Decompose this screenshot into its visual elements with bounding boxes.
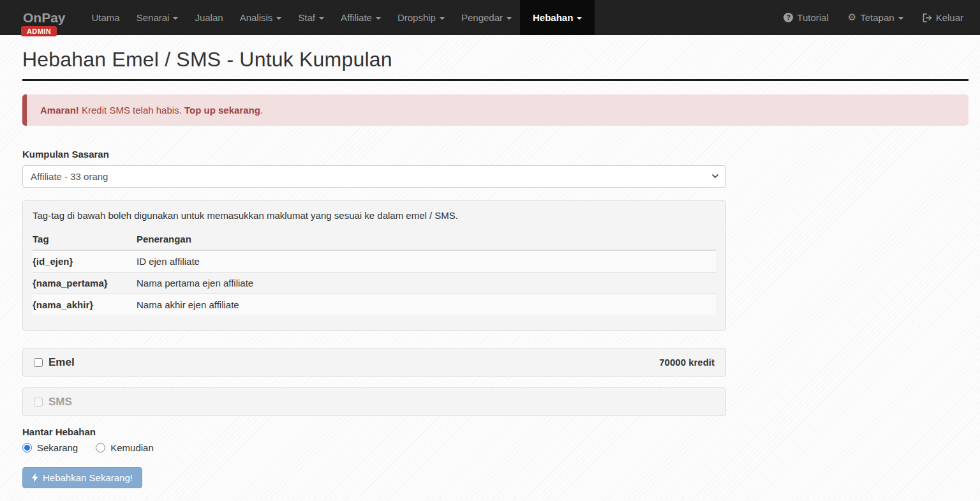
sms-credit-alert: Amaran! Kredit SMS telah habis. Top up s…	[22, 94, 969, 126]
nav-item-senarai[interactable]: Senarai	[128, 0, 187, 35]
broadcast-now-button-label: Hebahkan Sekarang!	[43, 472, 133, 483]
page-title: Hebahan Emel / SMS - Untuk Kumpulan	[22, 48, 969, 81]
tags-help-text: Tag-tag di bawah boleh digunakan untuk m…	[33, 210, 716, 221]
target-group-select[interactable]: Affiliate - 33 orang	[22, 165, 726, 188]
send-now-radio[interactable]	[22, 443, 32, 452]
nav-item-utama[interactable]: Utama	[84, 0, 128, 35]
chevron-down-icon	[577, 17, 582, 20]
nav-item-staf[interactable]: Staf	[290, 0, 332, 35]
nav-item-analisis[interactable]: Analisis	[232, 0, 290, 35]
chevron-down-icon	[898, 17, 903, 20]
send-later-radio[interactable]	[96, 443, 105, 452]
nav-item-jualan[interactable]: Jualan	[186, 0, 231, 35]
main-content: Hebahan Emel / SMS - Untuk Kumpulan Amar…	[0, 48, 980, 488]
table-row: {id_ejen} ID ejen affiliate	[33, 250, 716, 273]
secondary-nav: ? Tutorial ⚙ Tetapan Keluar	[783, 0, 980, 35]
nav-item-hebahan[interactable]: Hebahan	[520, 0, 595, 35]
nav-item-tutorial[interactable]: ? Tutorial	[783, 12, 828, 23]
table-row: {nama_akhir} Nama akhir ejen affiliate	[33, 294, 716, 316]
table-row: {nama_pertama} Nama pertama ejen affilia…	[33, 273, 716, 294]
alert-text: Kredit SMS telah habis.	[79, 105, 184, 116]
top-navbar: OnPay ADMIN Utama Senarai Jualan Analisi…	[0, 0, 980, 35]
email-channel-panel: Emel 70000 kredit	[22, 348, 726, 377]
alert-bold-text: Amaran!	[40, 105, 79, 116]
send-schedule-label: Hantar Hebahan	[22, 426, 726, 437]
chevron-down-icon	[376, 17, 381, 20]
nav-item-keluar[interactable]: Keluar	[923, 12, 963, 23]
broadcast-now-button[interactable]: Hebahkan Sekarang!	[22, 467, 142, 488]
alert-suffix: .	[260, 105, 263, 116]
sms-checkbox	[34, 398, 43, 407]
email-channel-label[interactable]: Emel	[48, 356, 75, 369]
tags-help-panel: Tag-tag di bawah boleh digunakan untuk m…	[22, 200, 726, 331]
nav-item-affiliate[interactable]: Affiliate	[332, 0, 389, 35]
tags-table-header-tag: Tag	[33, 228, 137, 250]
email-checkbox[interactable]	[34, 358, 43, 367]
email-credit-badge: 70000 kredit	[659, 357, 715, 368]
target-group-label: Kumpulan Sasaran	[22, 149, 726, 160]
send-now-label[interactable]: Sekarang	[37, 442, 78, 453]
sms-channel-panel: SMS	[22, 387, 726, 416]
send-schedule-options: Sekarang Kemudian	[22, 442, 726, 453]
nav-item-dropship[interactable]: Dropship	[389, 0, 453, 35]
nav-item-pengedar[interactable]: Pengedar	[453, 0, 520, 35]
chevron-down-icon	[276, 17, 281, 20]
question-circle-icon: ?	[783, 13, 793, 22]
gears-icon: ⚙	[848, 13, 856, 22]
send-later-label[interactable]: Kemudian	[110, 442, 154, 453]
nav-item-tetapan[interactable]: ⚙ Tetapan	[848, 12, 903, 23]
sms-channel-label: SMS	[48, 396, 72, 408]
main-nav: Utama Senarai Jualan Analisis Staf Affil…	[84, 0, 595, 35]
chevron-down-icon	[319, 17, 324, 20]
target-group-select-wrap: Affiliate - 33 orang	[22, 165, 726, 188]
tags-table-header-desc: Penerangan	[137, 228, 716, 250]
tags-table: Tag Penerangan {id_ejen} ID ejen affilia…	[33, 228, 716, 315]
chevron-down-icon	[507, 17, 512, 20]
admin-badge: ADMIN	[21, 26, 57, 36]
chevron-down-icon	[173, 17, 178, 20]
sign-out-icon	[923, 13, 932, 22]
bolt-icon	[32, 473, 38, 482]
chevron-down-icon	[440, 17, 445, 20]
top-up-link[interactable]: Top up sekarang	[184, 105, 260, 116]
